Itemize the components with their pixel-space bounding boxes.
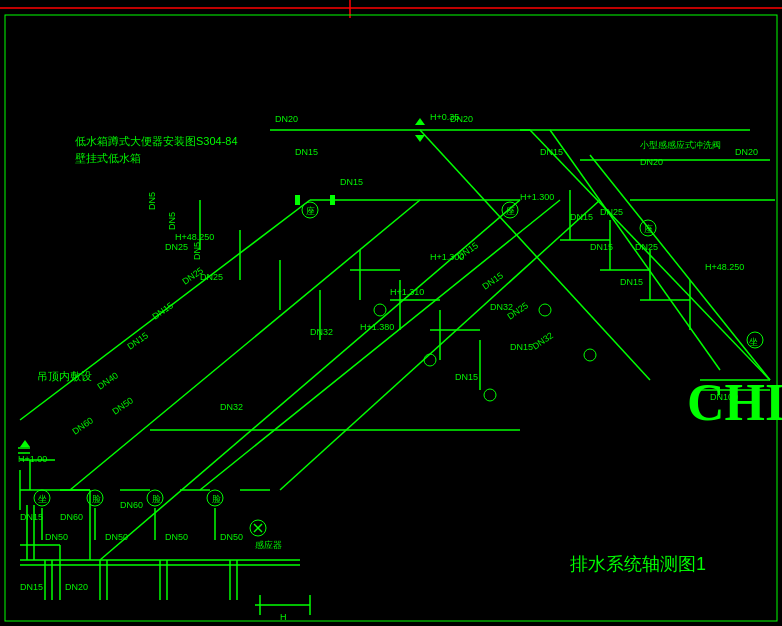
chiii-label: CHIII: [687, 374, 782, 431]
dn20-top-label: DN20: [275, 114, 298, 124]
dn25-1-label: DN25: [165, 242, 188, 252]
dn32-rdiag: DN32: [530, 330, 555, 351]
h1310-label: H+1.310: [390, 287, 424, 297]
svg-point-30: [374, 304, 386, 316]
dn15-bot2-label: DN15: [20, 582, 43, 592]
dn50-diag: DN50: [110, 395, 135, 416]
svg-marker-59: [415, 135, 425, 142]
svg-point-34: [584, 349, 596, 361]
dn15-diag-2: DN15: [150, 300, 175, 321]
wall-type-label: 壁挂式低水箱: [75, 152, 141, 164]
dn25-3-label: DN25: [600, 207, 623, 217]
dn5-left: DN5: [147, 192, 157, 210]
svg-rect-79: [295, 195, 300, 205]
dn60-1-label: DN60: [60, 512, 83, 522]
dn50-2-label: DN50: [105, 532, 128, 542]
dn15-diag-1: DN15: [125, 330, 150, 351]
dn50-1-label: DN50: [45, 532, 68, 542]
dn60-diag: DN60: [70, 415, 95, 436]
cad-canvas: 脸 脸 脸 坐 座 座 座: [0, 0, 782, 626]
svg-marker-60: [20, 440, 30, 447]
sensor-label: 感应器: [255, 540, 282, 550]
dn15-bot-label: DN15: [20, 512, 43, 522]
h1300-label-1: H+1.300: [520, 192, 554, 202]
svg-text:座: 座: [506, 206, 515, 216]
dn15-1-label: DN15: [295, 147, 318, 157]
svg-text:脸: 脸: [92, 494, 101, 504]
dn5-left3: DN5: [192, 242, 202, 260]
dn50-4-label: DN50: [220, 532, 243, 542]
dn20-bot-label: DN20: [65, 582, 88, 592]
svg-text:脸: 脸: [212, 494, 221, 504]
dn15-5-label: DN15: [590, 242, 613, 252]
dn20-far-right-label: DN20: [735, 147, 758, 157]
dn25-4-label: DN25: [635, 242, 658, 252]
svg-marker-58: [415, 118, 425, 125]
svg-line-8: [200, 200, 560, 490]
low-water-label: 低水箱蹲式大便器安装图S304-84: [75, 135, 238, 147]
svg-text:脸: 脸: [152, 494, 161, 504]
dn40-diag: DN40: [95, 370, 120, 391]
svg-line-7: [70, 200, 420, 490]
h48250-label-2: H+48.250: [705, 262, 744, 272]
dn5-left2: DN5: [167, 212, 177, 230]
dn15-3-label: DN15: [540, 147, 563, 157]
svg-point-32: [484, 389, 496, 401]
dn25-diag: DN25: [180, 265, 205, 286]
dn15-6-label: DN15: [620, 277, 643, 287]
small-valve-label: 小型感感应式冲洗阀: [640, 140, 721, 150]
dn32-mid-label: DN32: [310, 327, 333, 337]
dn32-bottom-label: DN32: [220, 402, 243, 412]
dn50-3-label: DN50: [165, 532, 188, 542]
svg-point-33: [539, 304, 551, 316]
svg-text:坐: 坐: [38, 494, 47, 504]
h1380-label: H+1.380: [360, 322, 394, 332]
dn15-rdiag-1: DN15: [455, 240, 480, 261]
h48250-label-1: H+48.250: [175, 232, 214, 242]
dn60-2-label: DN60: [120, 500, 143, 510]
cad-drawing: 脸 脸 脸 坐 座 座 座: [0, 0, 782, 626]
dn15-4-label: DN15: [570, 212, 593, 222]
dn15-2-label: DN15: [340, 177, 363, 187]
h-bottom-label: H: [280, 612, 287, 622]
main-title: 排水系统轴测图1: [570, 554, 706, 574]
svg-rect-80: [330, 195, 335, 205]
dn20-top2-label: DN20: [450, 114, 473, 124]
dn15-8-label: DN15: [455, 372, 478, 382]
svg-text:座: 座: [306, 206, 315, 216]
svg-text:坐: 坐: [749, 337, 758, 347]
ceiling-label: 吊顶内敷设: [37, 370, 92, 382]
svg-point-31: [424, 354, 436, 366]
dn20-right-label: DN20: [640, 157, 663, 167]
h100-label: H+1.00: [18, 454, 47, 464]
svg-rect-2: [5, 15, 777, 621]
